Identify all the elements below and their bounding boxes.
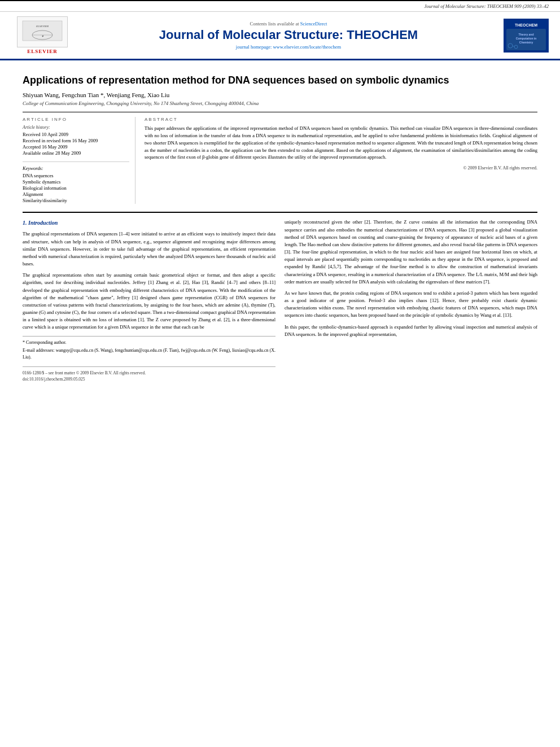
svg-text:Computation in: Computation in <box>516 37 537 40</box>
sciencedirect-anchor[interactable]: ScienceDirect <box>300 21 327 27</box>
revised-date: Received in revised form 16 May 2009 <box>23 138 129 143</box>
svg-text:ELSEVIER: ELSEVIER <box>36 25 49 28</box>
abstract-column: ABSTRACT This paper addresses the applic… <box>145 117 537 204</box>
section1-para2: The graphical representations often star… <box>23 272 275 331</box>
journal-header-banner: ELSEVIER ◆ ELSEVIER Contents lists avail… <box>0 12 560 60</box>
section1-para4: As we have known that, the protein codin… <box>285 290 537 320</box>
footnote-section: * Corresponding author. E-mail addresses… <box>23 336 275 361</box>
keyword-5: Similarity/dissimilarity <box>23 198 129 203</box>
homepage-link[interactable]: journal homepage: www.elsevier.com/locat… <box>236 44 341 50</box>
article-meta-section: ARTICLE INFO Article history: Received 1… <box>23 112 537 204</box>
section1-para5: In this paper, the symbolic-dynamics-bas… <box>285 324 537 338</box>
sciencedirect-link: Contents lists available at ScienceDirec… <box>79 21 498 27</box>
journal-homepage: journal homepage: www.elsevier.com/locat… <box>79 44 498 50</box>
keyword-3: Biological information <box>23 185 129 191</box>
section1-para1: The graphical representations of DNA seq… <box>23 230 275 268</box>
abstract-text: This paper addresses the applications of… <box>145 125 537 161</box>
section1-heading: 1. Introduction <box>23 219 275 227</box>
abstract-label: ABSTRACT <box>145 117 537 122</box>
section1-para3: uniquely reconstructed given the other [… <box>285 219 537 286</box>
footer-doi: doi:10.1016/j.theochem.2009.05.025 <box>23 376 275 382</box>
footnote-emails: E-mail addresses: wangsy@cqu.edu.cn (S. … <box>23 347 275 361</box>
journal-title-area: Contents lists available at ScienceDirec… <box>73 21 504 50</box>
footnote-corresponding: * Corresponding author. <box>23 339 275 346</box>
svg-rect-0 <box>23 21 62 41</box>
elsevier-logo-image: ELSEVIER ◆ <box>17 16 68 47</box>
footer-issn: 0166-1280/$ – see front matter © 2009 El… <box>23 366 275 383</box>
body-right-column: uniquely reconstructed given the other [… <box>285 219 537 382</box>
journal-main-title: Journal of Molecular Structure: THEOCHEM <box>79 28 498 42</box>
keywords-section: Keywords: DNA sequences Symbolic dynamic… <box>23 161 129 203</box>
received-date: Received 10 April 2009 <box>23 132 129 137</box>
keyword-1: DNA sequences <box>23 173 129 178</box>
available-date: Available online 28 May 2009 <box>23 150 129 156</box>
article-authors: Shiyuan Wang, Fengchun Tian *, Wenjiang … <box>23 91 537 98</box>
keyword-2: Symbolic dynamics <box>23 179 129 185</box>
elsevier-logo: ELSEVIER ◆ ELSEVIER <box>11 16 73 54</box>
copyright-line: © 2009 Elsevier B.V. All rights reserved… <box>145 165 537 171</box>
journal-citation: Journal of Molecular Structure: THEOCHEM… <box>0 0 560 12</box>
article-content: Applications of representation method fo… <box>0 60 560 394</box>
svg-text:Theory and: Theory and <box>519 33 534 36</box>
elsevier-label: ELSEVIER <box>27 49 58 54</box>
article-body: 1. Introduction The graphical representa… <box>23 212 537 382</box>
history-label: Article history: <box>23 125 129 130</box>
accepted-date: Accepted 16 May 2009 <box>23 144 129 150</box>
keywords-label: Keywords: <box>23 165 129 171</box>
svg-text:Chemistry: Chemistry <box>519 41 533 44</box>
footer-issn-text: 0166-1280/$ – see front matter © 2009 El… <box>23 370 275 376</box>
article-info-column: ARTICLE INFO Article history: Received 1… <box>23 117 135 204</box>
theochem-logo: THEOCHEM Theory and Computation in Chemi… <box>504 19 549 53</box>
svg-text:THEOCHEM: THEOCHEM <box>515 23 537 27</box>
body-left-column: 1. Introduction The graphical representa… <box>23 219 275 382</box>
keyword-4: Alignment <box>23 191 129 197</box>
article-affiliation: College of Communication Engineering, Ch… <box>23 101 537 106</box>
article-info-label: ARTICLE INFO <box>23 117 129 122</box>
article-title: Applications of representation method fo… <box>23 74 537 87</box>
